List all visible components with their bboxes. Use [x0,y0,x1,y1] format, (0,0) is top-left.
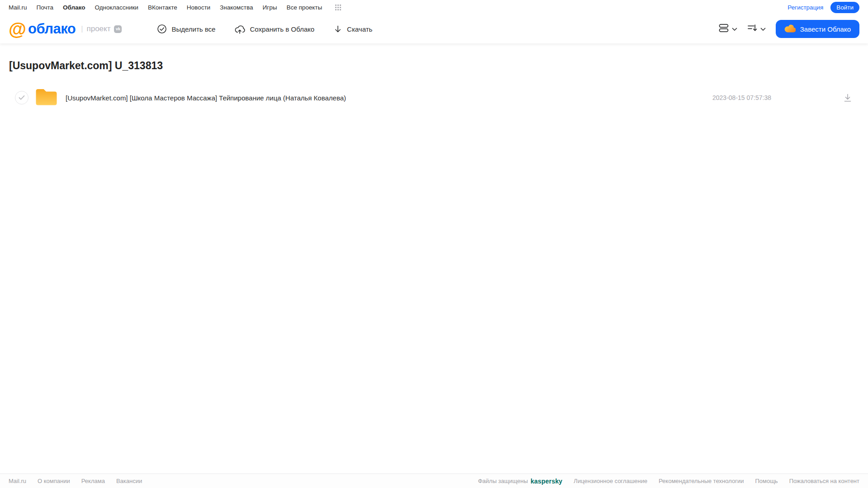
cloud-logo[interactable]: @ облако | проект vk [9,20,122,38]
cloud-icon [784,24,796,34]
page-title: [UsupovMarket.com] U_313813 [9,60,868,72]
footer: Mail.ru О компании Реклама Вакансии Файл… [0,474,868,488]
file-modified-date: 2023-08-15 07:57:38 [712,94,771,101]
footer-link-recommendations[interactable]: Рекомендательные технологии [659,478,744,484]
footer-link-report-content[interactable]: Пожаловаться на контент [789,478,859,484]
sort-icon [747,24,757,34]
logo-divider: | [81,25,83,33]
footer-left-links: Mail.ru О компании Реклама Вакансии [9,478,142,484]
header-right-controls: Завести Облако [719,20,859,38]
topnav-link-pochta[interactable]: Почта [37,4,54,11]
save-to-cloud-label: Сохранить в Облако [250,25,314,33]
action-toolbar: Выделить все Сохранить в Облако Скачать [157,24,372,34]
chevron-down-icon [760,25,766,33]
auth-area: Регистрация Войти [787,2,859,13]
vk-project-label: | проект vk [81,24,122,33]
kaspersky-logo-link[interactable]: kaspersky [531,478,562,485]
logo-wordmark: облако [28,21,76,37]
chevron-down-icon [732,25,737,33]
kaspersky-protection: Файлы защищены kaspersky [478,478,563,485]
file-row: [UsupovMarket.com] [Школа Мастеров Масса… [0,87,868,109]
portal-navbar: Mail.ru Почта Облако Одноклассники ВКонт… [0,0,868,14]
get-cloud-button[interactable]: Завести Облако [776,20,859,38]
footer-link-reklama[interactable]: Реклама [81,478,105,484]
check-circle-icon [157,24,167,34]
folder-name-link[interactable]: [UsupovMarket.com] [Школа Мастеров Масса… [66,94,346,102]
select-all-label: Выделить все [171,25,215,33]
footer-right-links: Файлы защищены kaspersky Лицензионное со… [478,478,859,485]
apps-grid-icon[interactable] [335,5,341,10]
footer-link-help[interactable]: Помощь [755,478,778,484]
portal-links: Mail.ru Почта Облако Одноклассники ВКонт… [9,4,341,11]
topnav-link-znakomstva[interactable]: Знакомства [220,4,253,11]
topnav-link-novosti[interactable]: Новости [187,4,210,11]
topnav-link-vse-proekty[interactable]: Все проекты [286,4,322,11]
topnav-link-mailru[interactable]: Mail.ru [9,4,27,11]
main-content: [UsupovMarket.com] U_313813 [UsupovMarke… [0,60,868,109]
mailru-at-icon: @ [9,20,26,38]
save-to-cloud-button[interactable]: Сохранить в Облако [234,24,314,34]
select-all-button[interactable]: Выделить все [157,24,215,34]
download-button[interactable]: Скачать [333,24,372,34]
list-view-icon [719,24,729,34]
login-button[interactable]: Войти [830,2,859,13]
footer-link-vakansii[interactable]: Вакансии [116,478,142,484]
row-download-icon[interactable] [844,94,852,102]
footer-link-license[interactable]: Лицензионное соглашение [574,478,647,484]
topnav-link-vkontakte[interactable]: ВКонтакте [148,4,177,11]
topnav-link-odnoklassniki[interactable]: Одноклассники [95,4,138,11]
download-label: Скачать [347,25,372,33]
topnav-link-oblako[interactable]: Облако [63,4,85,11]
footer-link-mailru[interactable]: Mail.ru [9,478,26,484]
footer-link-o-kompanii[interactable]: О компании [38,478,70,484]
row-checkbox[interactable] [15,91,28,104]
cloud-upload-icon [234,24,245,34]
header: @ облако | проект vk Выделить все Сох [0,14,868,43]
view-mode-dropdown[interactable] [719,24,737,34]
sort-dropdown[interactable] [747,24,766,34]
registration-link[interactable]: Регистрация [787,4,823,11]
download-arrow-icon [333,24,342,34]
topnav-link-igry[interactable]: Игры [263,4,277,11]
get-cloud-label: Завести Облако [800,25,851,33]
protected-label: Файлы защищены [478,478,528,484]
project-text: проект [86,24,110,33]
folder-icon[interactable] [35,88,57,107]
vk-logo-badge: vk [114,25,122,33]
